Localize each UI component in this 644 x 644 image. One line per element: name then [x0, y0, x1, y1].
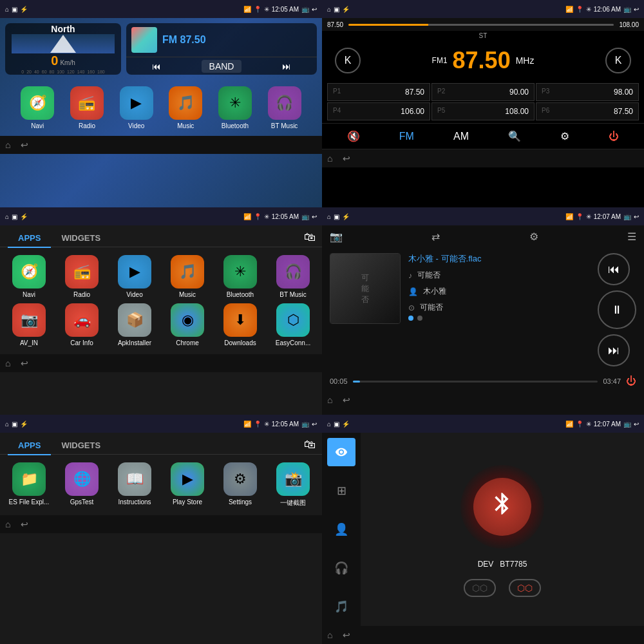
- fm-ruler-track[interactable]: [348, 24, 614, 26]
- fm-am-btn[interactable]: AM: [448, 128, 474, 145]
- app1-downloads[interactable]: ⬇ Downloads: [216, 303, 264, 346]
- bt-sidebar-music[interactable]: 🎵: [327, 592, 355, 621]
- bt-nav-back[interactable]: ↩: [343, 630, 350, 640]
- app1-bluetooth[interactable]: ✳ Bluetooth: [216, 255, 264, 298]
- fm-preset-p2[interactable]: P2 90.00: [431, 83, 535, 101]
- app-video[interactable]: ▶ Video: [120, 86, 153, 129]
- app2-settings[interactable]: ⚙ Settings: [216, 462, 264, 507]
- bt-disconnect-btn[interactable]: ⬡⬡: [509, 579, 541, 597]
- bt-sidebar-headphone[interactable]: 🎧: [327, 554, 355, 582]
- nav-bar-bt: ⌂ ↩: [322, 626, 644, 644]
- radio-sq-icon[interactable]: ▣: [334, 6, 339, 13]
- radio-next-icon[interactable]: ⏭: [282, 61, 291, 71]
- radio-nav-home[interactable]: ⌂: [327, 153, 332, 164]
- radio-prev-icon[interactable]: ⏮: [152, 61, 161, 71]
- fm-prev-btn[interactable]: K: [335, 48, 361, 73]
- music-back-icon[interactable]: ↩: [634, 213, 639, 220]
- music-playlist-icon[interactable]: ☰: [627, 231, 636, 243]
- home-icon[interactable]: ⌂: [5, 6, 9, 13]
- fm-preset-p3[interactable]: P3 98.00: [536, 83, 639, 101]
- app1-easyconn[interactable]: ⬡ EasyConn...: [269, 303, 317, 346]
- music-nav-home[interactable]: ⌂: [327, 395, 332, 405]
- music-pause-btn[interactable]: ⏸: [598, 290, 636, 329]
- app1-chrome[interactable]: ◉ Chrome: [164, 303, 211, 346]
- bt-connect-btn[interactable]: ⬡⬡: [464, 579, 496, 597]
- music-next-btn[interactable]: ⏭: [598, 334, 630, 366]
- tab-apps[interactable]: APPS: [8, 229, 51, 248]
- app-bluetooth[interactable]: ✳ Bluetooth: [218, 86, 252, 129]
- bt-back-icon[interactable]: ↩: [634, 421, 639, 428]
- store-btn[interactable]: 🛍: [304, 231, 316, 244]
- music-shuffle-icon[interactable]: ⇄: [431, 231, 440, 243]
- bt-sidebar-link[interactable]: [327, 438, 355, 466]
- app1-apk-icon: 📦: [118, 303, 151, 337]
- square-icon[interactable]: ▣: [12, 6, 17, 13]
- app2-gpstest[interactable]: 🌐 GpsTest: [58, 462, 106, 507]
- tab-widgets2[interactable]: WIDGETS: [51, 437, 111, 454]
- app1-music[interactable]: 🎵 Music: [164, 255, 211, 298]
- app2-playstore[interactable]: ▶ Play Store: [164, 462, 211, 507]
- apps2-back-icon[interactable]: ↩: [312, 421, 317, 428]
- app-btmusic[interactable]: 🎧 BT Music: [268, 86, 301, 129]
- music-progress-bar[interactable]: [353, 381, 598, 383]
- fm-search-btn[interactable]: 🔍: [503, 128, 526, 145]
- fm-preset-p4[interactable]: P4 106.00: [327, 102, 430, 120]
- music-prev-btn[interactable]: ⏮: [598, 253, 630, 285]
- app1-radio[interactable]: 📻 Radio: [58, 255, 106, 298]
- apps1-back-icon[interactable]: ↩: [312, 213, 317, 220]
- radio-back-icon[interactable]: ↩: [634, 6, 639, 13]
- apps1-sq-icon[interactable]: ▣: [12, 213, 17, 220]
- apps2-home-icon[interactable]: ⌂: [5, 421, 9, 428]
- back-icon[interactable]: ↩: [312, 6, 317, 13]
- nav-back-btn[interactable]: ↩: [21, 140, 28, 150]
- fm-preset-p5[interactable]: P5 108.00: [431, 102, 535, 120]
- radio-nav-back[interactable]: ↩: [343, 153, 350, 164]
- apps1-home-icon[interactable]: ⌂: [5, 213, 9, 220]
- app2-esfile[interactable]: 📁 ES File Expl...: [5, 462, 53, 507]
- radio-widget[interactable]: FM 87.50 ⏮ BAND ⏭: [126, 23, 317, 75]
- fm-power-btn[interactable]: ⏻: [603, 128, 624, 145]
- bt-sidebar-person[interactable]: 👤: [327, 515, 355, 544]
- apps1-nav-back[interactable]: ↩: [21, 358, 28, 368]
- tab-apps2[interactable]: APPS: [8, 437, 51, 455]
- app1-avin[interactable]: 📷 AV_IN: [5, 303, 53, 346]
- app-music[interactable]: 🎵 Music: [169, 86, 202, 129]
- fm-mute-btn[interactable]: 🔇: [342, 128, 365, 145]
- bt-nav-home[interactable]: ⌂: [327, 630, 332, 640]
- apps1-nav-home[interactable]: ⌂: [5, 358, 10, 368]
- app1-video[interactable]: ▶ Video: [111, 255, 158, 298]
- music-sq-icon[interactable]: ▣: [334, 213, 339, 220]
- store-btn2[interactable]: 🛍: [304, 438, 316, 451]
- nav-widget[interactable]: North 0 Km/h 020406080100120140160180: [5, 23, 121, 75]
- music-eq-icon[interactable]: ⚙: [529, 231, 538, 243]
- music-camera-icon[interactable]: 📷: [330, 231, 343, 243]
- radio-band[interactable]: BAND: [202, 60, 242, 73]
- music-artist-name: 木小雅: [423, 286, 446, 297]
- nav-home-btn[interactable]: ⌂: [5, 140, 10, 150]
- apps2-nav-home[interactable]: ⌂: [5, 519, 10, 529]
- bt-sidebar-grid[interactable]: ⊞: [327, 477, 355, 505]
- fm-preset-p6[interactable]: P6 87.50: [536, 102, 639, 120]
- fm-preset-p1[interactable]: P1 87.50: [327, 83, 430, 101]
- app-radio[interactable]: 📻 Radio: [70, 86, 104, 129]
- fm-eq-btn[interactable]: ⚙: [555, 128, 574, 145]
- app1-apk[interactable]: 📦 ApkInstaller: [111, 303, 158, 346]
- music-current-time: 00:05: [330, 377, 348, 385]
- radio-home-icon[interactable]: ⌂: [327, 6, 331, 13]
- bt-home-icon[interactable]: ⌂: [327, 421, 331, 428]
- app-navi[interactable]: 🧭 Navi: [21, 86, 54, 129]
- app2-screenshot[interactable]: 📸 一键截图: [269, 462, 317, 507]
- app2-instructions[interactable]: 📖 Instructions: [111, 462, 158, 507]
- music-home-icon[interactable]: ⌂: [327, 213, 331, 220]
- apps2-sq-icon[interactable]: ▣: [12, 421, 17, 428]
- fm-next-btn[interactable]: K: [605, 48, 631, 73]
- bt-sq-icon[interactable]: ▣: [334, 421, 339, 428]
- fm-fm-btn[interactable]: FM: [394, 128, 419, 145]
- music-nav-back[interactable]: ↩: [343, 395, 350, 405]
- app1-carinfo[interactable]: 🚗 Car Info: [58, 303, 106, 346]
- app1-navi[interactable]: 🧭 Navi: [5, 255, 53, 298]
- music-power-btn[interactable]: ⏻: [626, 375, 636, 387]
- tab-widgets[interactable]: WIDGETS: [51, 229, 111, 247]
- app1-btmusic[interactable]: 🎧 BT Music: [269, 255, 317, 298]
- apps2-nav-back[interactable]: ↩: [21, 519, 28, 529]
